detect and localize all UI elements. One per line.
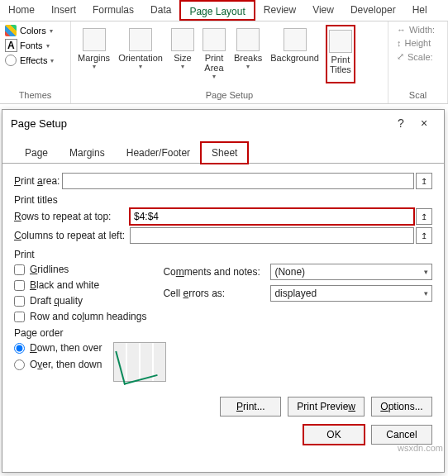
ref-button[interactable]: ↥ [416,227,432,244]
colors-dropdown[interactable]: Colors▾ [5,25,65,36]
fonts-icon [5,40,17,51]
chevron-down-icon: ▾ [424,268,428,276]
dlg-tab-page[interactable]: Page [14,142,59,164]
group-label-scale: Scal [393,90,442,100]
comments-label: Comments and notes: [163,266,270,278]
print-titles-button[interactable]: Print Titles [326,25,355,83]
rowcol-check[interactable]: Row and column headings [14,311,146,322]
group-scale: ↔Width: ↕Height ⤢Scale: Scal [388,21,448,103]
chevron-down-icon: ▾ [424,289,428,298]
margins-icon [83,28,106,51]
dlg-tab-headerfooter[interactable]: Header/Footer [116,142,201,164]
cancel-button[interactable]: Cancel [371,425,432,445]
background-button[interactable]: Background [269,25,321,83]
chevron-down-icon: ▾ [181,63,184,70]
errors-combo[interactable]: displayed▾ [270,285,432,302]
chevron-down-icon: ▾ [50,27,53,35]
tab-developer[interactable]: Developer [342,0,404,21]
colors-icon [5,25,17,36]
chevron-down-icon: ▾ [139,63,142,70]
print-area-icon [203,28,226,51]
height-control[interactable]: ↕Height [397,38,442,48]
breaks-icon [236,28,260,51]
cols-repeat-input[interactable] [130,227,414,244]
dialog-title: Page Setup [11,117,389,130]
orientation-button[interactable]: Orientation▾ [117,25,164,83]
dlg-tab-margins[interactable]: Margins [59,142,116,164]
chevron-down-icon: ▾ [212,73,216,80]
options-button[interactable]: Options... [371,397,432,416]
orientation-icon [129,28,152,51]
dialog-tabs: Page Margins Header/Footer Sheet [2,141,444,164]
cols-repeat-label: Columns to repeat at left: [14,230,130,241]
tab-review[interactable]: Review [255,0,304,21]
print-area-label: Print area: [14,175,62,187]
tab-insert[interactable]: Insert [43,0,84,21]
ok-button[interactable]: OK [303,425,365,445]
tab-help[interactable]: Hel [404,0,436,21]
chevron-down-icon: ▾ [50,57,54,64]
comments-combo[interactable]: (None)▾ [270,264,432,280]
width-icon: ↔ [397,25,406,35]
tab-data[interactable]: Data [142,0,179,21]
effects-dropdown[interactable]: Effects▾ [5,55,65,66]
draft-check[interactable]: Draft quality [14,295,146,307]
chevron-down-icon: ▾ [246,63,250,70]
gridlines-check[interactable]: Gridlines [14,264,146,275]
print-section: Print [14,249,432,260]
fonts-dropdown[interactable]: Fonts▾ [5,40,65,51]
margins-button[interactable]: Margins▾ [76,25,112,83]
rows-repeat-input[interactable] [130,208,414,225]
ref-button[interactable]: ↥ [416,208,432,225]
scale-icon: ⤢ [397,51,404,62]
order-over-radio[interactable]: Over, then down [14,359,102,370]
bw-check[interactable]: Black and white [14,279,146,291]
group-label-themes: Themes [5,90,65,100]
group-label-pagesetup: Page Setup [76,90,383,100]
print-button[interactable]: Print... [220,397,281,416]
group-page-setup: Margins▾ Orientation▾ Size▾ Print Area▾ … [71,21,388,103]
height-icon: ↕ [397,38,402,48]
ribbon-body: Colors▾ Fonts▾ Effects▾ Themes Margins▾ … [0,21,448,104]
chevron-down-icon: ▾ [46,42,50,50]
print-titles-icon [329,30,352,53]
tab-page-layout[interactable]: Page Layout [179,0,255,21]
print-area-input[interactable] [62,173,414,189]
close-button[interactable]: × [412,117,436,130]
tab-formulas[interactable]: Formulas [84,0,142,21]
ref-button[interactable]: ↥ [416,173,432,189]
scale-control[interactable]: ⤢Scale: [397,51,442,62]
help-button[interactable]: ? [389,117,412,130]
print-area-button[interactable]: Print Area▾ [201,25,227,83]
chevron-down-icon: ▾ [93,63,96,70]
page-setup-dialog: Page Setup ? × Page Margins Header/Foote… [2,109,445,473]
tab-view[interactable]: View [304,0,342,21]
print-preview-button[interactable]: Print Preview [288,397,365,416]
size-icon [171,28,194,51]
page-order-preview [113,342,166,382]
background-icon [284,28,307,51]
dialog-titlebar: Page Setup ? × [2,110,444,136]
width-control[interactable]: ↔Width: [397,25,442,35]
errors-label: Cell errors as: [163,288,270,299]
print-titles-section: Print titles [14,194,432,206]
pageorder-section: Page order [14,327,432,339]
tab-home[interactable]: Home [0,0,43,21]
dialog-body: Print area: ↥ Print titles Rows to repea… [2,164,444,388]
group-themes: Colors▾ Fonts▾ Effects▾ Themes [0,21,71,103]
order-down-radio[interactable]: Down, then over [14,342,102,354]
effects-icon [5,55,17,66]
breaks-button[interactable]: Breaks▾ [232,25,264,83]
watermark: wsxdn.com [398,443,443,453]
dlg-tab-sheet[interactable]: Sheet [201,142,248,164]
ribbon-tabs: Home Insert Formulas Data Page Layout Re… [0,0,448,21]
rows-repeat-label: Rows to repeat at top: [14,211,130,222]
size-button[interactable]: Size▾ [169,25,196,83]
